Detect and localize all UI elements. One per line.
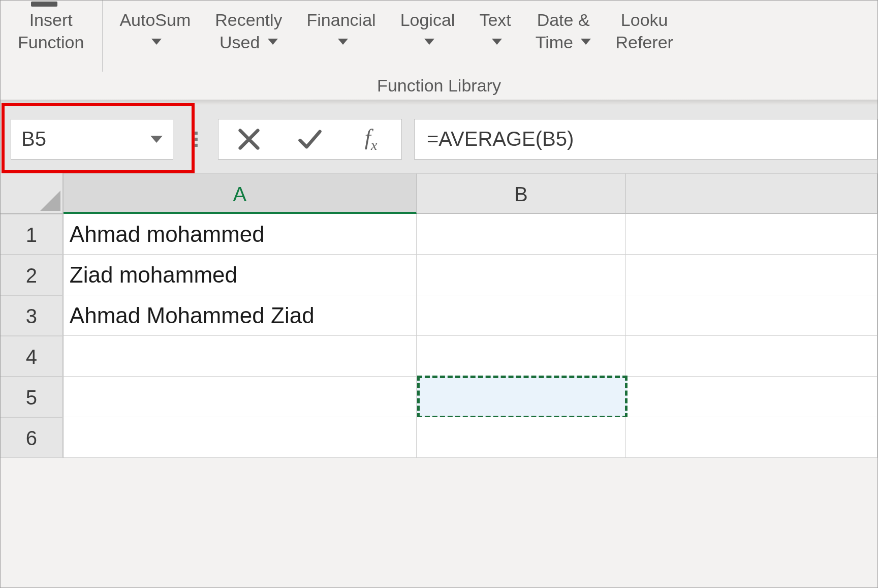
x-icon [236, 126, 262, 152]
table-row: 3 Ahmad Mohammed Ziad [1, 295, 877, 336]
table-row: 4 [1, 336, 877, 377]
formula-bar-buttons: fx [218, 119, 402, 160]
lookup-reference-button[interactable]: Looku Referer [603, 9, 673, 53]
insert-function-label-1: Insert [18, 9, 84, 31]
insert-function-button[interactable]: Insert Function [6, 9, 96, 53]
cell-A5[interactable] [64, 377, 417, 417]
fx-icon: fx [365, 125, 378, 153]
name-box[interactable]: B5 [11, 119, 173, 160]
financial-button[interactable]: Financial [295, 9, 388, 53]
formula-bar-grip[interactable]: ··· [189, 130, 204, 148]
cell-A3[interactable]: Ahmad Mohammed Ziad [64, 295, 417, 336]
table-row: 5 [1, 377, 877, 417]
recently-used-label-1: Recently [215, 9, 282, 31]
cell-C3[interactable] [626, 295, 877, 336]
logical-button[interactable]: Logical [388, 9, 467, 53]
formula-input-value: =AVERAGE(B5) [427, 128, 574, 150]
lookup-reference-label-2: Referer [615, 31, 673, 53]
recently-used-label-2: Used [220, 33, 260, 52]
row-header-1[interactable]: 1 [1, 214, 64, 255]
formula-input[interactable]: =AVERAGE(B5) [414, 119, 877, 160]
check-icon [297, 126, 323, 152]
cell-C5[interactable] [626, 377, 877, 417]
column-header-C[interactable] [626, 173, 877, 214]
table-row: 1 Ahmad mohammed [1, 214, 877, 255]
date-time-button[interactable]: Date & Time [523, 9, 604, 53]
text-label: Text [479, 9, 511, 31]
name-box-value: B5 [21, 128, 46, 150]
select-all-corner[interactable] [1, 173, 64, 214]
cell-B6[interactable] [417, 417, 626, 458]
cell-A2[interactable]: Ziad mohammed [64, 255, 417, 295]
row-header-5[interactable]: 5 [1, 377, 64, 417]
cell-B3[interactable] [417, 295, 626, 336]
cell-C2[interactable] [626, 255, 877, 295]
cell-B4[interactable] [417, 336, 626, 377]
insert-function-label-2: Function [18, 31, 84, 53]
spreadsheet-grid[interactable]: A B 1 Ahmad mohammed 2 Ziad mohammed 3 A… [1, 173, 877, 458]
ribbon: Insert Function AutoSum Recently Used Fi… [1, 1, 877, 100]
chevron-down-icon [424, 39, 434, 45]
autosum-button[interactable]: AutoSum [107, 9, 203, 53]
cell-C6[interactable] [626, 417, 877, 458]
financial-label: Financial [307, 9, 376, 31]
ribbon-separator [102, 1, 103, 72]
chevron-down-icon [338, 39, 348, 45]
logical-label: Logical [400, 9, 455, 31]
enter-button[interactable] [279, 119, 340, 159]
text-button[interactable]: Text [467, 9, 523, 53]
recently-used-button[interactable]: Recently Used [203, 9, 294, 53]
row-header-2[interactable]: 2 [1, 255, 64, 295]
ribbon-group-caption: Function Library [1, 76, 877, 96]
row-header-3[interactable]: 3 [1, 295, 64, 336]
chevron-down-icon [151, 39, 162, 45]
column-header-row: A B [1, 173, 877, 214]
cancel-button[interactable] [218, 119, 279, 159]
row-header-4[interactable]: 4 [1, 336, 64, 377]
cell-A4[interactable] [64, 336, 417, 377]
chevron-down-icon [492, 39, 502, 45]
chevron-down-icon [581, 39, 591, 45]
table-row: 2 Ziad mohammed [1, 255, 877, 295]
cell-B1[interactable] [417, 214, 626, 255]
chevron-down-icon[interactable] [150, 136, 163, 143]
insert-function-fx-button[interactable]: fx [340, 119, 401, 159]
column-header-B[interactable]: B [417, 173, 626, 214]
ribbon-bottom-shadow [1, 100, 877, 105]
autosum-label: AutoSum [119, 9, 191, 31]
formula-bar: B5 ··· fx =AVERAGE(B5) [1, 105, 877, 173]
ribbon-function-library-group: Insert Function AutoSum Recently Used Fi… [1, 1, 877, 74]
cell-A1[interactable]: Ahmad mohammed [64, 214, 417, 255]
lookup-reference-label-1: Looku [615, 9, 673, 31]
select-all-triangle-icon [40, 191, 60, 211]
row-header-6[interactable]: 6 [1, 417, 64, 458]
chevron-down-icon [268, 39, 278, 45]
date-time-label-1: Date & [536, 9, 591, 31]
cell-C1[interactable] [626, 214, 877, 255]
marching-ants-selection [417, 376, 628, 418]
cell-C4[interactable] [626, 336, 877, 377]
cell-B2[interactable] [417, 255, 626, 295]
table-row: 6 [1, 417, 877, 458]
fx-icon [31, 2, 57, 7]
date-time-label-2: Time [536, 33, 573, 52]
cell-A6[interactable] [64, 417, 417, 458]
column-header-A[interactable]: A [64, 173, 417, 214]
